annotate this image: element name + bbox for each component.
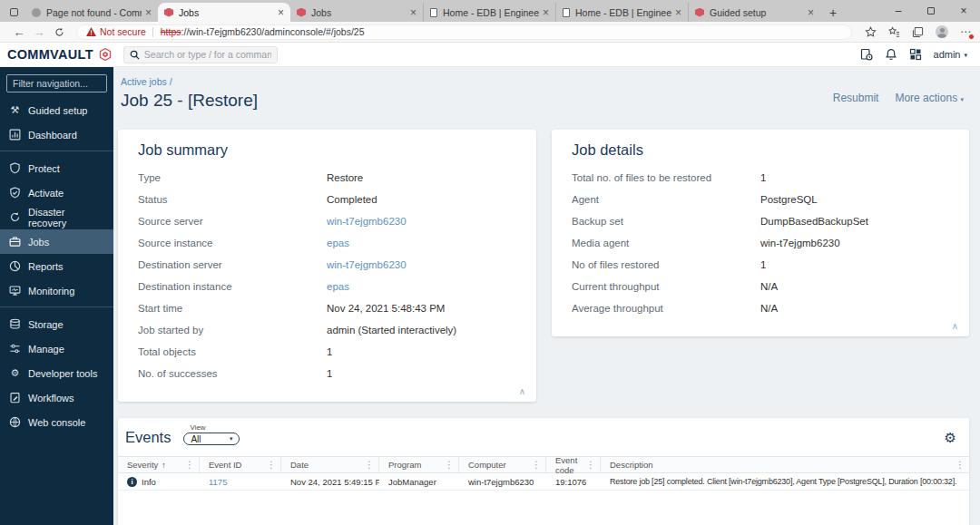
close-tab-icon[interactable]: ×: [278, 7, 284, 18]
favorites-list-icon[interactable]: [888, 26, 900, 38]
sidebar-item-label: Guided setup: [28, 105, 87, 116]
close-tab-icon[interactable]: ×: [808, 7, 814, 18]
sidebar-item-jobs[interactable]: Jobs: [0, 229, 113, 254]
event-table-row[interactable]: iInfo 1175 Nov 24, 2021 5:49:15 PM JobMa…: [118, 473, 969, 491]
notifications-bell-icon[interactable]: [885, 48, 897, 61]
sidebar-item-disaster-recovery[interactable]: Disaster recovery: [0, 205, 113, 229]
not-secure-label[interactable]: Not secure: [100, 26, 146, 37]
collapse-panel-button[interactable]: ∧: [552, 319, 969, 336]
browser-tab-home-edb-1[interactable]: Home - EDB | Engineering Desig ×: [423, 3, 555, 22]
view-label: View: [190, 423, 240, 432]
browser-tab-jobs-active[interactable]: Jobs ×: [158, 3, 290, 22]
destination-server-link[interactable]: win-t7ejgmb6230: [327, 259, 407, 270]
browser-tab-home-edb-2[interactable]: Home - EDB | Engineering Desig ×: [555, 3, 688, 22]
row-value: Completed: [327, 194, 377, 205]
user-menu[interactable]: admin ▾: [934, 49, 967, 60]
favorites-star-icon[interactable]: [865, 26, 877, 38]
refresh-button[interactable]: [49, 27, 69, 37]
sidebar-item-dashboard[interactable]: Dashboard: [0, 122, 113, 147]
profile-avatar[interactable]: [936, 25, 948, 38]
close-tab-icon[interactable]: ×: [145, 7, 152, 18]
details-row-agent: AgentPostgreSQL: [552, 189, 969, 210]
filter-navigation-input[interactable]: [6, 74, 107, 92]
new-tab-button[interactable]: +: [829, 5, 837, 20]
address-bar[interactable]: Not secure https://win-t7ejgmb6230/admin…: [76, 24, 852, 40]
maximize-window-button[interactable]: [915, 0, 947, 22]
close-tab-icon[interactable]: ×: [543, 7, 549, 18]
column-label: Date: [290, 460, 309, 470]
close-window-button[interactable]: ×: [947, 0, 980, 22]
column-header-event-id[interactable]: Event ID⋮: [200, 457, 281, 472]
browser-tab-page-not-found[interactable]: Page not found - Commvault ×: [25, 3, 158, 22]
collapse-panel-button[interactable]: ∧: [118, 384, 536, 402]
sidebar-item-guided-setup[interactable]: ⚒ Guided setup: [0, 98, 113, 122]
source-instance-link[interactable]: epas: [327, 238, 349, 248]
column-header-program[interactable]: Program⋮: [379, 457, 459, 472]
info-icon: i: [127, 477, 137, 487]
sidebar-item-protect[interactable]: Protect: [0, 156, 113, 180]
events-settings-gear-icon[interactable]: ⚙: [945, 431, 956, 444]
row-label: Source instance: [138, 238, 327, 248]
filter-navigation-box[interactable]: [6, 74, 107, 92]
row-value: admin (Started interactively): [327, 325, 456, 335]
row-value: N/A: [760, 303, 778, 314]
close-tab-icon[interactable]: ×: [675, 7, 681, 18]
search-input[interactable]: [144, 49, 271, 60]
sidebar-item-web-console[interactable]: Web console: [0, 410, 113, 434]
summary-row-job-started-by: Job started byadmin (Started interactive…: [118, 319, 536, 341]
maximize-icon: [927, 7, 935, 15]
commvault-logo[interactable]: COMMVAULT: [7, 47, 113, 62]
sidebar-item-reports[interactable]: Reports: [0, 254, 113, 278]
more-actions-button[interactable]: More actions ▾: [895, 92, 964, 104]
url-text[interactable]: https://win-t7ejgmb6230/adminconsole/#/j…: [161, 26, 365, 37]
view-dropdown[interactable]: All ▾: [183, 433, 240, 445]
sidebar-item-activate[interactable]: Activate: [0, 180, 113, 205]
job-details-title: Job details: [552, 130, 969, 167]
tab-actions-button[interactable]: [4, 3, 24, 22]
column-header-computer[interactable]: Computer⋮: [459, 457, 546, 472]
browser-tab-guided-setup[interactable]: Guided setup ×: [688, 3, 820, 22]
row-label: No of files restored: [572, 259, 760, 270]
commvault-gray-favicon-icon: [32, 8, 41, 17]
source-server-link[interactable]: win-t7ejgmb6230: [327, 216, 407, 227]
row-value: N/A: [760, 281, 778, 292]
column-menu-icon[interactable]: ⋮: [443, 460, 456, 470]
event-id-link[interactable]: 1175: [209, 477, 227, 487]
column-header-severity[interactable]: Severity↑⋮: [118, 457, 200, 472]
column-header-event-code[interactable]: Event code⋮: [546, 457, 601, 472]
column-menu-icon[interactable]: ⋮: [363, 460, 376, 470]
tab-title: Home - EDB | Engineering Desig: [443, 7, 539, 18]
sidebar-item-label: Storage: [28, 319, 64, 330]
main-content: Active jobs / Job 25 - [Restore] Resubmi…: [113, 67, 980, 525]
column-menu-icon[interactable]: ⋮: [183, 460, 196, 470]
column-menu-icon[interactable]: ⋮: [954, 460, 966, 470]
collections-icon[interactable]: [912, 26, 924, 38]
apps-grid-icon[interactable]: [909, 48, 922, 61]
details-row-files-restored: No of files restored1: [552, 254, 969, 276]
column-header-date[interactable]: Date⋮: [281, 457, 379, 472]
column-header-description[interactable]: Description⋮: [601, 457, 969, 472]
sidebar-item-developer-tools[interactable]: ⚙ Developer tools: [0, 361, 113, 385]
column-menu-icon[interactable]: ⋮: [584, 460, 597, 470]
column-menu-icon[interactable]: ⋮: [530, 460, 543, 470]
struck-protocol: https: [161, 26, 181, 37]
destination-instance-link[interactable]: epas: [327, 281, 349, 292]
sidebar-item-monitoring[interactable]: Monitoring: [0, 278, 113, 303]
store-icon[interactable]: [860, 48, 873, 61]
summary-row-type: TypeRestore: [118, 167, 536, 189]
details-row-media-agent: Media agentwin-t7ejgmb6230: [552, 232, 969, 254]
sidebar-item-workflows[interactable]: Workflows: [0, 385, 113, 410]
close-tab-icon[interactable]: ×: [410, 7, 416, 18]
sidebar-item-manage[interactable]: Manage: [0, 336, 113, 361]
column-menu-icon[interactable]: ⋮: [265, 460, 278, 470]
resubmit-button[interactable]: Resubmit: [833, 92, 879, 104]
browser-menu-button[interactable]: ⋯: [960, 26, 971, 37]
minimize-window-button[interactable]: –: [882, 0, 915, 22]
url-rest: ://win-t7ejgmb6230/adminconsole/#/jobs/2…: [181, 26, 365, 37]
command-search[interactable]: [123, 46, 278, 63]
sidebar-item-storage[interactable]: Storage: [0, 312, 113, 336]
breadcrumb-link-active-jobs[interactable]: Active jobs: [121, 76, 167, 87]
back-button[interactable]: ←: [9, 26, 29, 38]
forward-button[interactable]: →: [29, 26, 49, 38]
browser-tab-jobs[interactable]: Jobs ×: [290, 3, 423, 22]
